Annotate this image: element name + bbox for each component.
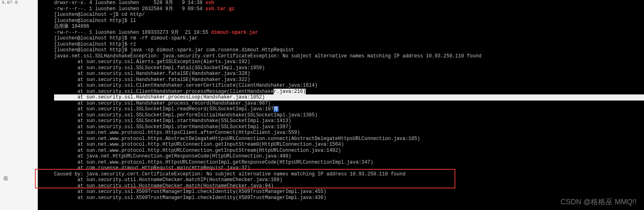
- terminal-output[interactable]: drwxr-xr-x. 4 luoshen luoshen 528 9月 9 1…: [38, 0, 644, 210]
- terminal-line: at sun.net.www.protocol.http.HttpURLConn…: [54, 148, 644, 154]
- terminal-line: at sun.security.ssl.SSLSocketImpl.fatal(…: [54, 65, 644, 71]
- terminal-line: -rw-r--r--. 1 luoshen luoshen 2632584 9月…: [54, 6, 644, 12]
- terminal-line: at com.rosense.dimout.HttpRequist.main(H…: [54, 165, 644, 171]
- terminal-line: -rw-r--r--. 1 luoshen luoshen 189333273 …: [54, 30, 644, 36]
- side-panel-top-text: 3.07.0: [2, 0, 18, 5]
- terminal-line: at sun.security.ssl.Handshaker.fatalSE(H…: [54, 77, 644, 83]
- terminal-line: at sun.security.ssl.SSLSocketImpl.perfor…: [54, 112, 644, 118]
- terminal-line: 总用量 184896: [54, 24, 644, 30]
- terminal-line: at sun.security.ssl.SSLSocketImpl.startH…: [54, 124, 644, 130]
- terminal-line: at sun.security.ssl.ClientHandshaker.pro…: [54, 89, 644, 95]
- terminal-line: at sun.security.ssl.X509TrustManagerImpl…: [54, 195, 644, 201]
- terminal-line: drwxr-xr-x. 4 luoshen luoshen 528 9月 9 1…: [54, 0, 644, 6]
- terminal-line: at sun.net.www.protocol.https.HttpsURLCo…: [54, 160, 644, 166]
- side-panel-header: 值: [3, 175, 8, 182]
- terminal-line: [luoshen@localhost http]$ rz: [54, 42, 644, 48]
- terminal-line: at sun.security.ssl.X509TrustManagerImpl…: [54, 189, 644, 195]
- terminal-line: at sun.security.ssl.Alerts.getSSLExcepti…: [54, 59, 644, 65]
- terminal-line: at sun.security.ssl.Handshaker.process_r…: [54, 101, 644, 107]
- terminal-line: at sun.security.ssl.SSLSocketImpl.readRe…: [54, 106, 644, 112]
- terminal-line: javax.net.ssl.SSLHandshakeException: jav…: [54, 53, 644, 59]
- terminal-line: at sun.net.www.protocol.https.AbstractDe…: [54, 136, 644, 142]
- terminal-line: at sun.security.ssl.Handshaker.fatalSE(H…: [54, 71, 644, 77]
- terminal-line: [luoshen@localhost http]$ ll: [54, 18, 644, 24]
- terminal-line: at sun.security.util.HostnameChecker.mat…: [54, 177, 644, 183]
- terminal-line: [luoshen@localhost http]$ rm -rf dimout-…: [54, 35, 644, 42]
- terminal-line: at sun.security.ssl.ClientHandshaker.ser…: [54, 83, 644, 89]
- terminal-line: at sun.net.www.protocol.http.HttpURLConn…: [54, 142, 644, 148]
- terminal-line: at java.net.HttpURLConnection.getRespons…: [54, 153, 644, 160]
- terminal-line: [luoshen@localhost ~]$ cd http/: [54, 12, 644, 18]
- terminal-line: at sun.security.util.HostnameChecker.mat…: [54, 183, 644, 189]
- terminal-line: at sun.security.ssl.Handshaker.processLo…: [54, 94, 644, 101]
- side-panel: 3.07.0 值: [0, 0, 38, 210]
- terminal-line: [luoshen@localhost http]$ java -cp dimou…: [54, 47, 644, 53]
- terminal-line: Caused by: java.security.cert.Certificat…: [54, 171, 644, 177]
- terminal-line: at sun.net.www.protocol.https.HttpsClien…: [54, 130, 644, 136]
- terminal-line: at sun.security.ssl.SSLSocketImpl.startH…: [54, 118, 644, 124]
